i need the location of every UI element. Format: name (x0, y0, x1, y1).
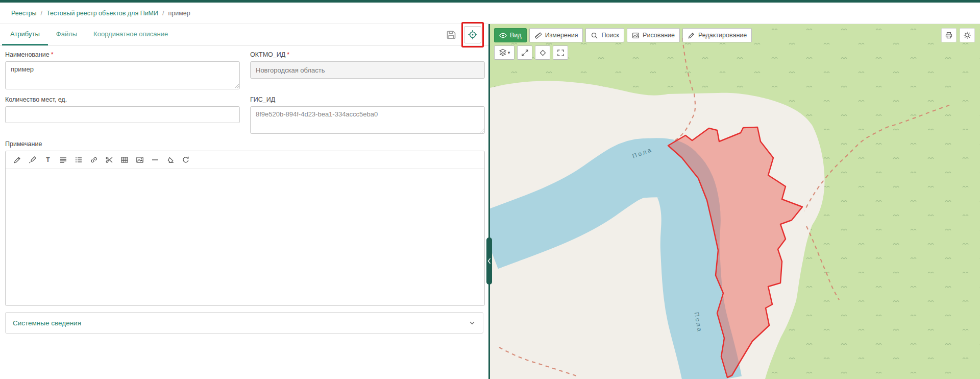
pencil-icon (688, 32, 695, 39)
diamond-icon (539, 49, 547, 57)
save-icon (446, 30, 456, 40)
fullscreen-button[interactable] (553, 45, 568, 60)
pencil-icon[interactable] (10, 153, 25, 167)
layers-icon (499, 49, 507, 57)
panel-divider[interactable] (488, 24, 490, 379)
breadcrumb: Реестры / Тестовый реестр объектов для П… (11, 10, 190, 17)
gear-icon (963, 31, 971, 39)
print-map-button[interactable] (941, 28, 957, 42)
map-mode-view-button[interactable]: Вид (494, 28, 527, 42)
save-button[interactable] (444, 27, 459, 42)
panel-collapse-handle[interactable] (486, 238, 492, 285)
field-gis-id: ГИС_ИД 8f9e520b-894f-4d23-bea1-334accc5e… (250, 96, 485, 134)
align-icon[interactable] (56, 153, 71, 167)
chevron-left-icon (487, 258, 492, 264)
map-mode-draw-button[interactable]: Рисование (627, 28, 680, 42)
tab-coordinate-description[interactable]: Координатное описание (85, 24, 176, 45)
fullscreen-icon (557, 49, 565, 57)
chevron-down-icon (469, 319, 476, 326)
breadcrumb-bar: Реестры / Тестовый реестр объектов для П… (0, 3, 980, 24)
breadcrumb-current-item: пример (168, 10, 190, 17)
required-mark: * (51, 51, 54, 58)
attributes-form: Наименование* пример ОКТМО_ИД* Количеств… (0, 46, 488, 306)
object-form-panel: Атрибуты Файлы Координатное описание (0, 24, 488, 379)
note-rich-text-editor: T (5, 151, 485, 306)
note-editor-content[interactable] (6, 169, 484, 305)
name-label: Наименование* (5, 51, 240, 58)
show-on-map-button[interactable] (464, 26, 481, 43)
hr-icon[interactable] (148, 153, 163, 167)
map-tools-toolbar: ▾ (494, 45, 568, 60)
field-name: Наименование* пример (5, 51, 240, 89)
map-settings-toolbar (941, 28, 975, 42)
note-label: Примечание (5, 140, 485, 148)
map-canvas[interactable]: Пола Пола (490, 24, 980, 379)
image-icon (632, 32, 640, 39)
field-places-count: Количество мест, ед. (5, 96, 240, 134)
brush-icon[interactable] (25, 153, 40, 167)
editor-toolbar: T (6, 151, 484, 169)
map-mode-toolbar: Вид Измерения Поиск Рисование Редактиров… (494, 28, 752, 42)
oktmo-input[interactable] (250, 61, 485, 79)
list-icon[interactable] (71, 153, 86, 167)
places-count-input[interactable] (5, 106, 240, 123)
printer-icon (945, 31, 953, 39)
map-mode-search-button[interactable]: Поиск (585, 28, 624, 42)
gis-id-label: ГИС_ИД (250, 96, 485, 103)
field-oktmo: ОКТМО_ИД* (250, 51, 485, 89)
select-shape-button[interactable] (535, 45, 550, 60)
map-mode-edit-button[interactable]: Редактирование (682, 28, 752, 42)
svg-text:T: T (46, 156, 50, 163)
tab-files[interactable]: Файлы (48, 24, 85, 45)
search-icon (591, 32, 598, 39)
zoom-to-extent-button[interactable] (517, 45, 532, 60)
map-mode-measure-button[interactable]: Измерения (529, 28, 583, 42)
scissors-icon[interactable] (102, 153, 117, 167)
gis-id-textarea[interactable]: 8f9e520b-894f-4d23-bea1-334accc5eba0 (250, 106, 485, 134)
link-icon[interactable] (86, 153, 102, 167)
form-tabs: Атрибуты Файлы Координатное описание (0, 24, 488, 46)
image-icon[interactable] (132, 153, 148, 167)
breadcrumb-registries[interactable]: Реестры (11, 10, 37, 17)
text-icon[interactable]: T (40, 153, 56, 167)
eraser-icon[interactable] (163, 153, 178, 167)
crosshair-icon (468, 30, 478, 40)
map-settings-button[interactable] (960, 28, 975, 42)
map-panel: Пола Пола Вид Измерения Поиск Рисование (490, 24, 980, 379)
system-info-section-toggle[interactable]: Системные сведения (5, 312, 483, 334)
places-count-label: Количество мест, ед. (5, 96, 240, 103)
eye-icon (499, 32, 507, 39)
field-note: Примечание T (5, 140, 485, 306)
oktmo-label: ОКТМО_ИД* (250, 51, 485, 58)
undo-icon[interactable] (178, 153, 193, 167)
system-info-label: Системные сведения (13, 319, 81, 327)
breadcrumb-separator: / (162, 10, 164, 17)
caret-down-icon: ▾ (508, 51, 510, 55)
required-mark: * (287, 51, 289, 58)
expand-icon (521, 49, 529, 57)
tab-attributes[interactable]: Атрибуты (2, 24, 48, 45)
ruler-icon (534, 32, 542, 39)
breadcrumb-registry-name[interactable]: Тестовый реестр объектов для ПиМИ (46, 10, 158, 17)
name-textarea[interactable]: пример (5, 61, 240, 89)
layers-button[interactable]: ▾ (494, 45, 514, 60)
breadcrumb-separator: / (41, 10, 42, 17)
table-icon[interactable] (117, 153, 132, 167)
